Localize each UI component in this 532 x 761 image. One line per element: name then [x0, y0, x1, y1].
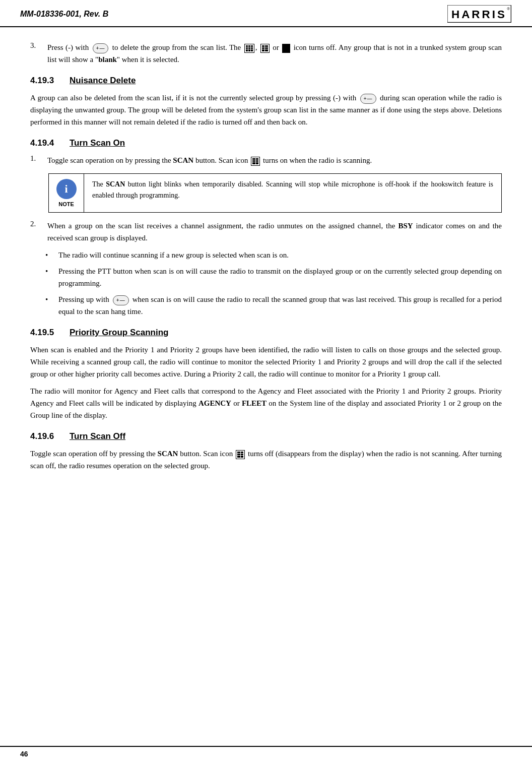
item-number: 3. — [30, 41, 41, 66]
step1-content: Toggle scan operation on by pressing the… — [47, 154, 502, 166]
priority-para1: When scan is enabled and the Priority 1 … — [30, 344, 502, 380]
list-item: • Pressing the PTT button when scan is o… — [45, 265, 502, 289]
section-heading-scan-off: 4.19.6 Turn Scan Off — [30, 431, 502, 441]
section-heading-priority: 4.19.5 Priority Group Scanning — [30, 328, 502, 338]
bullet-text: Pressing the PTT button when scan is on … — [58, 265, 502, 289]
page-number: 46 — [20, 750, 28, 758]
section-number-scan-off: 4.19.6 — [30, 431, 60, 441]
main-content: 3. Press (-) with +— to delete the group… — [0, 27, 532, 761]
section-turn-scan-on: 4.19.4 Turn Scan On 1. Toggle scan opera… — [30, 138, 502, 318]
scan-on-step2: 2. When a group on the scan list receive… — [30, 220, 502, 244]
harris-logo: HARRIS ® — [447, 5, 512, 23]
list-item-3: 3. Press (-) with +— to delete the group… — [30, 41, 502, 66]
list-item: • Pressing up with +— when scan is on wi… — [45, 293, 502, 318]
up-down-button-icon: +— — [93, 43, 109, 53]
scan-icon-single — [282, 44, 290, 53]
section-number-scan-on: 4.19.4 — [30, 138, 60, 148]
note-icon-cell: i NOTE — [49, 174, 84, 212]
section-nuisance-delete: 4.19.3 Nuisance Delete A group can also … — [30, 76, 502, 128]
note-box: i NOTE The SCAN button light blinks when… — [48, 173, 502, 213]
section-number: 4.19.3 — [30, 76, 60, 86]
section-heading-scan-on: 4.19.4 Turn Scan On — [30, 138, 502, 148]
section-number-priority: 4.19.5 — [30, 328, 60, 338]
svg-text:®: ® — [507, 7, 510, 11]
section-heading-nuisance: 4.19.3 Nuisance Delete — [30, 76, 502, 86]
section-title-scan-off: Turn Scan Off — [70, 431, 125, 441]
bullet-list: • The radio will continue scanning if a … — [45, 249, 502, 318]
bullet-text: The radio will continue scanning if a ne… — [58, 249, 289, 261]
bullet-dot: • — [45, 265, 53, 289]
scan-icon-3grid — [244, 44, 254, 53]
up-down-button-icon-3: +— — [113, 295, 129, 305]
scan-icon-2grid — [260, 44, 270, 53]
item-content: Press (-) with +— to delete the group fr… — [47, 41, 502, 66]
page-header: MM-018336-001, Rev. B HARRIS ® — [0, 0, 532, 27]
up-down-button-icon-2: +— — [360, 94, 376, 104]
section-priority-group: 4.19.5 Priority Group Scanning When scan… — [30, 328, 502, 421]
bullet-dot: • — [45, 249, 53, 261]
page-footer: 46 — [0, 746, 532, 761]
step-number: 1. — [30, 154, 41, 166]
section-title-nuisance: Nuisance Delete — [70, 76, 136, 86]
info-icon: i — [56, 179, 77, 199]
turn-scan-off-para: Toggle scan operation off by pressing th… — [30, 448, 502, 472]
scan-on-step1: 1. Toggle scan operation on by pressing … — [30, 154, 502, 166]
section-title-priority: Priority Group Scanning — [70, 328, 168, 338]
section-title-scan-on: Turn Scan On — [70, 138, 125, 148]
scan-icon-step1 — [251, 157, 260, 166]
step2-content: When a group on the scan list receives a… — [47, 220, 502, 244]
section-turn-scan-off: 4.19.6 Turn Scan Off Toggle scan operati… — [30, 431, 502, 472]
svg-text:HARRIS: HARRIS — [451, 8, 507, 21]
bullet-text: Pressing up with +— when scan is on will… — [58, 293, 502, 318]
scan-icon-off — [236, 450, 245, 459]
step-number-2: 2. — [30, 220, 41, 244]
priority-para2: The radio will monitor for Agency and Fl… — [30, 385, 502, 421]
document-title: MM-018336-001, Rev. B — [20, 10, 108, 19]
note-content: The SCAN button light blinks when tempor… — [84, 174, 501, 212]
note-label: NOTE — [58, 201, 74, 207]
list-item: • The radio will continue scanning if a … — [45, 249, 502, 261]
page-container: MM-018336-001, Rev. B HARRIS ® 3. Press … — [0, 0, 532, 761]
bullet-dot: • — [45, 293, 53, 318]
nuisance-delete-para: A group can also be deleted from the sca… — [30, 92, 502, 128]
